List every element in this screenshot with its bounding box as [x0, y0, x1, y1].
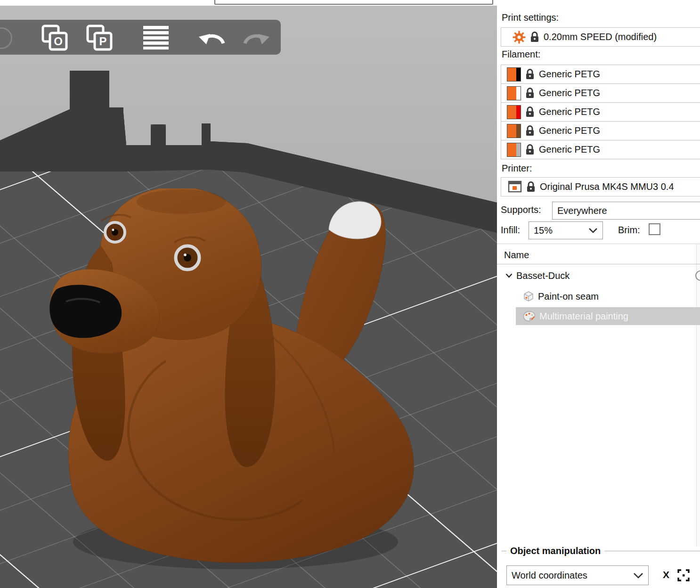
eye-toggle-icon[interactable] [695, 270, 700, 281]
filament-name-1: Generic PETG [539, 69, 600, 80]
paste-icon: P [84, 23, 114, 52]
model-right-eye [176, 246, 199, 270]
viewport-toolbar: O P [0, 20, 281, 55]
redo-button [241, 23, 270, 52]
model-left-eye [105, 222, 125, 242]
filament-swatch-4-secondary [516, 124, 521, 138]
chevron-down-icon [633, 572, 643, 579]
filament-name-5: Generic PETG [539, 144, 600, 155]
3d-viewport[interactable]: O P [0, 6, 497, 588]
object-row-multimaterial-painting[interactable]: Multimaterial painting [516, 307, 700, 325]
filament-swatch-5 [507, 143, 521, 157]
filament-preset-5[interactable]: Generic PETG [501, 140, 700, 159]
supports-label: Supports: [501, 204, 541, 215]
copy-letter: O [54, 35, 63, 48]
object-list-header-underline [497, 264, 700, 264]
top-bar [0, 0, 700, 6]
top-input-partial[interactable] [214, 0, 493, 5]
infill-label: Infill: [501, 225, 520, 236]
filament-swatch-2-secondary [516, 87, 521, 100]
lock-icon [526, 181, 536, 193]
object-row-basset-duck[interactable]: Basset-Duck [497, 267, 700, 285]
filament-swatch-3-secondary [516, 106, 521, 119]
coordinates-value: World coordinates [512, 570, 587, 581]
filament-swatch-4 [507, 124, 521, 138]
print-settings-label: Print settings: [502, 12, 559, 23]
seam-cube-icon [523, 291, 534, 302]
filament-swatch-2 [507, 86, 521, 100]
object-row-paint-on-seam[interactable]: Paint-on seam [497, 287, 700, 305]
undo-button[interactable] [198, 23, 227, 52]
filament-preset-2[interactable]: Generic PETG [501, 83, 700, 103]
filament-name-4: Generic PETG [539, 125, 600, 136]
settings-panel: Print settings: 0.20mm SPEED (modified) [497, 0, 700, 588]
legend-line-right [604, 551, 700, 551]
printer-label: Printer: [502, 163, 532, 174]
brim-checkbox[interactable] [649, 223, 660, 235]
filament-preset-3[interactable]: Generic PETG [501, 102, 700, 122]
filament-swatch-3 [507, 105, 521, 119]
object-list-separator [497, 244, 700, 244]
filament-preset-4[interactable]: Generic PETG [501, 121, 700, 140]
legend-line-left [502, 551, 506, 551]
expand-chevron-icon[interactable] [505, 273, 513, 278]
filament-name-3: Generic PETG [539, 106, 600, 117]
infill-select[interactable]: 15% [529, 221, 603, 239]
multimaterial-painting-label: Multimaterial painting [539, 311, 628, 322]
print-preset-name: 0.20mm SPEED (modified) [544, 32, 657, 42]
undo-icon [198, 24, 227, 50]
lock-icon [525, 144, 535, 155]
filament-swatch-1-secondary [516, 68, 521, 81]
supports-select[interactable]: Everywhere [552, 202, 700, 220]
object-manipulation-title: Object manipulation [510, 546, 601, 556]
paste-letter: P [99, 35, 106, 48]
axis-x-label: X [663, 569, 669, 580]
redo-icon [241, 24, 270, 50]
brim-label: Brim: [618, 225, 640, 236]
palette-icon [523, 310, 536, 322]
print-settings-preset[interactable]: 0.20mm SPEED (modified) [501, 27, 700, 47]
lock-icon [525, 106, 535, 118]
model-basset-duck[interactable] [19, 188, 433, 588]
model-head-shading [137, 189, 226, 214]
filament-swatch-5-secondary [516, 143, 521, 156]
view-reset-icon [0, 27, 12, 49]
copy-icon: O [40, 23, 69, 52]
model-tail-tip-white [329, 202, 381, 239]
layers-icon [142, 24, 170, 50]
paint-on-seam-label: Paint-on seam [538, 291, 599, 302]
printer-preset-name: Original Prusa MK4S MMU3 0.4 [540, 181, 674, 192]
layers-button[interactable] [141, 23, 171, 52]
supports-value: Everywhere [557, 205, 607, 216]
filament-name-2: Generic PETG [539, 88, 600, 98]
bounding-box-icon [676, 568, 691, 582]
gear-icon [513, 31, 526, 44]
lock-icon [530, 31, 539, 43]
printer-preset[interactable]: Original Prusa MK4S MMU3 0.4 [501, 177, 700, 196]
object-name: Basset-Duck [516, 270, 570, 281]
lock-icon [525, 68, 535, 80]
filament-preset-1[interactable]: Generic PETG [501, 65, 700, 84]
copy-button[interactable]: O [40, 23, 69, 52]
object-manipulation-legend: Object manipulation [502, 546, 700, 556]
lock-icon [525, 87, 535, 99]
paste-button[interactable]: P [84, 23, 114, 52]
chevron-down-icon [588, 228, 598, 233]
coordinates-select[interactable]: World coordinates [506, 565, 649, 585]
infill-value: 15% [534, 225, 553, 236]
object-list-name-header: Name [504, 250, 529, 261]
filament-swatch-1 [507, 67, 521, 82]
lock-icon [525, 125, 535, 137]
printer-icon [508, 180, 522, 193]
filament-label: Filament: [502, 49, 540, 60]
